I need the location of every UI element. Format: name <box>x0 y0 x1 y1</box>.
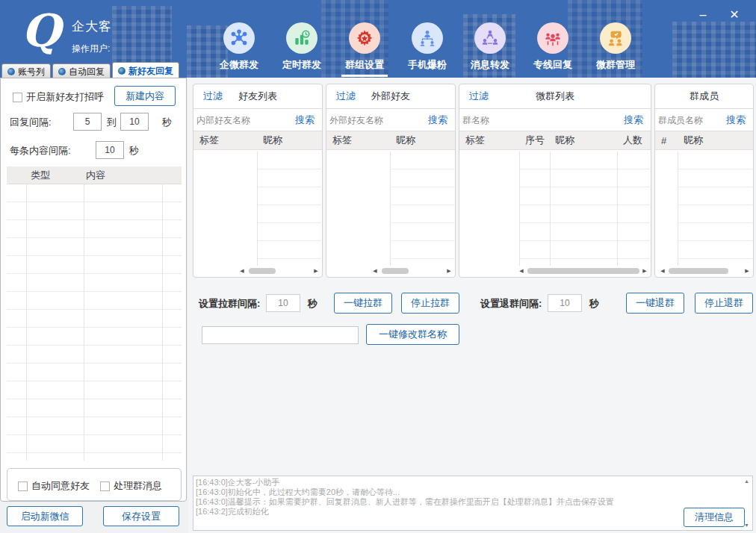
tab-auto-reply[interactable]: 自动回复 <box>52 63 111 79</box>
group-member-panel: 群成员 搜索 #昵称 ◀ ▶ <box>654 84 754 278</box>
column-divider <box>162 184 163 461</box>
micro-group-hscrollbar[interactable]: ◀ ▶ <box>518 266 648 275</box>
greet-checkbox-row: 开启新好友打招呼 <box>13 90 104 104</box>
external-friend-hscrollbar[interactable]: ◀ ▶ <box>371 266 453 275</box>
group-search-input[interactable] <box>459 115 651 125</box>
scroll-left-icon[interactable]: ◀ <box>238 266 246 275</box>
one-key-exit-button[interactable]: 一键退群 <box>626 293 684 314</box>
group-manage-icon <box>600 22 631 54</box>
nav-label: 微群管理 <box>596 58 635 72</box>
active-nav-underline <box>341 75 388 77</box>
stop-pull-button[interactable]: 停止拉群 <box>401 293 459 314</box>
col-tag: 标签 <box>326 134 390 147</box>
scroll-left-icon[interactable]: ◀ <box>659 266 666 275</box>
group-member-hscrollbar[interactable]: ◀ ▶ <box>659 266 751 275</box>
member-search-link[interactable]: 搜索 <box>726 113 746 127</box>
grid-rows <box>519 152 650 266</box>
tab-dot-icon <box>118 67 126 75</box>
stop-exit-button[interactable]: 停止退群 <box>695 293 753 314</box>
scroll-left-icon[interactable]: ◀ <box>371 266 379 275</box>
save-settings-button[interactable]: 保存设置 <box>103 506 179 526</box>
reply-interval-to-input[interactable] <box>120 113 149 131</box>
nav-item-qiwei-broadcast[interactable]: 企微群发 <box>208 22 270 72</box>
nav-item-message-forward[interactable]: 消息转发 <box>459 22 521 72</box>
friend-list-hscrollbar[interactable]: ◀ ▶ <box>238 266 320 275</box>
tab-new-friend-reply[interactable]: 新好友回复 <box>112 62 179 79</box>
content-interval-input[interactable] <box>96 141 124 159</box>
group-msg-checkbox-row: 处理群消息 <box>100 479 162 493</box>
content-interval-label: 每条内容间隔: <box>10 144 71 158</box>
group-member-body[interactable] <box>656 152 752 266</box>
scroll-right-icon[interactable]: ▶ <box>743 266 751 275</box>
micro-group-body[interactable] <box>460 152 650 266</box>
nav-item-group-manage[interactable]: 微群管理 <box>584 22 647 72</box>
group-msg-checkbox[interactable] <box>100 481 110 491</box>
minimize-button[interactable]: – <box>692 6 714 24</box>
micro-group-list-panel: 过滤 微群列表 搜索 标签序号昵称人数 ◀ ▶ <box>459 84 651 278</box>
group-settings-gear-icon <box>349 22 380 54</box>
app-logo-q: Q <box>16 4 66 57</box>
nav-item-dedicated-reply[interactable]: 专线回复 <box>521 22 584 72</box>
scroll-left-icon[interactable]: ◀ <box>518 266 525 275</box>
content-interval-unit: 秒 <box>129 144 139 158</box>
external-friend-body[interactable] <box>327 152 454 266</box>
phone-fans-icon <box>412 22 443 54</box>
close-button[interactable]: ✕ <box>723 6 746 24</box>
greet-checkbox[interactable] <box>13 93 22 102</box>
content-table-body[interactable] <box>7 184 182 461</box>
nav-item-scheduled-broadcast[interactable]: 定时群发 <box>270 22 333 72</box>
group-search-link[interactable]: 搜索 <box>624 113 643 127</box>
scroll-up-icon[interactable]: ▲ <box>742 479 752 484</box>
exit-interval-input[interactable] <box>548 294 582 312</box>
nav-label: 定时群发 <box>282 58 321 72</box>
nav-item-group-settings[interactable]: 群组设置 <box>333 22 396 72</box>
new-friend-reply-panel: 开启新好友打招呼 新建内容 回复间隔: 到 秒 每条内容间隔: 秒 类型 内容 … <box>0 78 187 502</box>
column-divider <box>84 184 84 461</box>
scroll-thumb[interactable] <box>249 268 276 274</box>
group-msg-label: 处理群消息 <box>114 479 162 493</box>
bottom-checkbox-group: 自动同意好友 处理群消息 <box>7 468 182 501</box>
friend-list-body[interactable] <box>194 152 321 266</box>
pull-interval-label: 设置拉群间隔: <box>199 297 260 311</box>
friend-filter-link[interactable]: 过滤 <box>203 90 223 103</box>
reply-interval-to-word: 到 <box>107 116 117 129</box>
operator-label: 操作用户: <box>72 43 112 55</box>
content-table: 类型 内容 <box>7 166 182 461</box>
scroll-thumb[interactable] <box>669 268 728 274</box>
pull-interval-unit: 秒 <box>308 297 317 311</box>
external-filter-link[interactable]: 过滤 <box>336 90 356 103</box>
start-new-wechat-button[interactable]: 启动新微信 <box>7 506 83 526</box>
greet-checkbox-label: 开启新好友打招呼 <box>26 90 104 104</box>
agree-friend-label: 自动同意好友 <box>31 479 90 493</box>
col-index: 序号 <box>519 134 549 147</box>
scroll-right-icon[interactable]: ▶ <box>312 266 320 275</box>
tab-label: 自动回复 <box>69 66 105 78</box>
group-filter-link[interactable]: 过滤 <box>469 90 489 103</box>
friend-search-link[interactable]: 搜索 <box>295 113 315 127</box>
scroll-thumb[interactable] <box>382 268 409 274</box>
col-nickname: 昵称 <box>549 134 617 147</box>
one-key-rename-button[interactable]: 一键修改群名称 <box>366 324 459 345</box>
log-line: [16:43:0]初始化中，此过程大约需要20秒，请耐心等待... <box>196 487 739 497</box>
external-search-link[interactable]: 搜索 <box>428 113 447 127</box>
scroll-right-icon[interactable]: ▶ <box>445 266 453 275</box>
clear-log-button[interactable]: 清理信息 <box>684 508 745 527</box>
pull-interval-input[interactable] <box>266 294 300 312</box>
agree-friend-checkbox[interactable] <box>18 481 28 491</box>
nav-item-phone-fans[interactable]: 手机爆粉 <box>396 22 459 72</box>
broadcast-network-icon <box>223 22 255 54</box>
left-tabbar: 账号列 自动回复 新好友回复 <box>1 62 181 79</box>
scroll-thumb[interactable] <box>527 268 639 274</box>
tab-dot-icon <box>58 68 66 75</box>
col-nickname: 昵称 <box>390 134 455 147</box>
content-table-header: 类型 内容 <box>7 166 182 184</box>
tab-account-list[interactable]: 账号列 <box>1 63 51 79</box>
column-divider <box>26 184 27 461</box>
nav-label: 专线回复 <box>533 58 572 72</box>
new-content-button[interactable]: 新建内容 <box>114 86 176 106</box>
reply-interval-from-input[interactable] <box>73 113 102 131</box>
message-forward-icon <box>474 22 506 54</box>
one-key-pull-button[interactable]: 一键拉群 <box>334 293 392 314</box>
scroll-right-icon[interactable]: ▶ <box>641 266 648 275</box>
group-rename-input[interactable] <box>202 326 359 344</box>
